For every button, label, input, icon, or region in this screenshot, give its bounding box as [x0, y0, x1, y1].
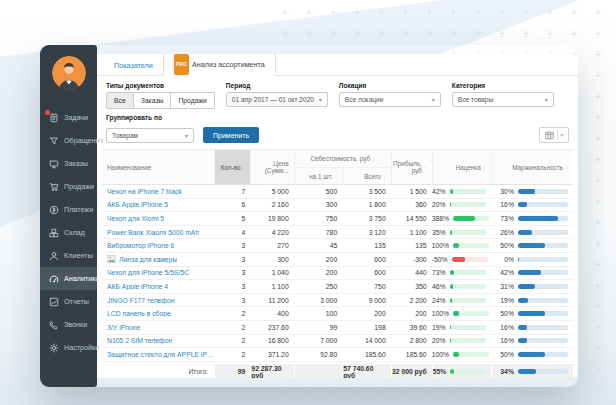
table-row[interactable]: Чехол для iPhone 5/5S/5C 3 1 040 200 600…: [102, 267, 573, 281]
price-cell: 2 160: [250, 201, 293, 208]
sidebar-item-reports[interactable]: Отчеты: [40, 290, 97, 313]
margin-bar: [518, 352, 568, 357]
margin-bar: [518, 369, 568, 374]
sidebar-item-orders[interactable]: Заказы: [40, 152, 97, 175]
period-select[interactable]: 01 апр 2017 — 01 окт 2020 ▾: [226, 92, 328, 107]
product-name-link[interactable]: З/У iPhone: [107, 324, 140, 331]
product-name-link[interactable]: Линза для камеры: [119, 256, 177, 263]
table-row[interactable]: Вибромотор iPhone 6 3 270 45 135 135 100…: [102, 239, 573, 253]
product-name-link[interactable]: Вибромотор iPhone 6: [107, 242, 174, 249]
filter-icon: [49, 136, 59, 146]
table-row[interactable]: Чехол для Xiomi 5 5 19 800 750 3 750 14 …: [102, 212, 573, 226]
product-name-link[interactable]: Чехол для Xiomi 5: [107, 215, 164, 222]
column-header-cost-unit[interactable]: на 1 шт.↕: [294, 168, 343, 184]
cost-unit-cell: 45: [294, 242, 343, 249]
sidebar-item-sales[interactable]: Продажи: [40, 175, 97, 198]
column-header-markup[interactable]: Наценка↕: [432, 150, 491, 184]
tab-indicators[interactable]: Показатели: [104, 56, 163, 75]
column-header-cost-total[interactable]: Всего↕: [342, 168, 391, 184]
group-by-select[interactable]: Товарам ▾: [106, 128, 194, 143]
column-header-cost-group[interactable]: Себестоимость, руб↕: [294, 150, 391, 168]
apply-button[interactable]: Применить: [203, 127, 259, 143]
sidebar-item-payments[interactable]: Платежи: [40, 198, 97, 221]
price-cell: 1 100: [250, 283, 293, 290]
table-row[interactable]: З/У iPhone 2 237.60 99 198 39.60 19% 16%: [102, 321, 573, 335]
column-header-price[interactable]: Цена (Сумм...: [250, 150, 293, 184]
doc-type-sales-button[interactable]: Продажи: [171, 92, 214, 109]
tab-bar: Показатели PRO Анализ ассортимента: [97, 54, 578, 76]
profit-cell: 185.60: [391, 351, 432, 358]
margin-cell: 31%: [491, 283, 573, 290]
table-body: Чехол на iPhone 7 black 7 5 000 500 3 50…: [102, 185, 573, 362]
sidebar-item-settings[interactable]: Настройки: [40, 336, 97, 359]
table-row[interactable]: Power Bank Xiaomi 5000 mAh 4 4 220 780 3…: [102, 226, 573, 240]
sidebar-item-clients[interactable]: Клиенты: [40, 244, 97, 267]
cost-unit-cell: 92.80: [294, 351, 343, 358]
margin-bar: [518, 230, 568, 235]
product-name-link[interactable]: Power Bank Xiaomi 5000 mAh: [107, 229, 199, 236]
column-header-margin[interactable]: Маржинальность↕: [491, 150, 573, 184]
product-name-link[interactable]: N105 2 SIM телефон: [107, 337, 172, 344]
table-row[interactable]: АКБ Apple iPhone 4 3 1 100 250 750 350 4…: [102, 280, 573, 294]
chevron-down-icon: ▾: [185, 132, 188, 139]
qty-cell: 3: [214, 297, 250, 304]
totals-row: Итого: 99 92 287.30 руб 57 740.60 руб 32…: [102, 364, 573, 378]
profit-cell: -300: [391, 256, 432, 263]
product-name-link[interactable]: LCD панель в сборе: [107, 310, 171, 317]
table-row[interactable]: LCD панель в сборе 2 400 100 200 200 100…: [102, 307, 573, 321]
cost-unit-cell: 3 000: [294, 297, 343, 304]
table-row[interactable]: Линза для камеры 3 300 200 600 -300 -50%…: [102, 253, 573, 267]
qty-cell: 7: [214, 188, 250, 195]
tab-assortment-analysis[interactable]: PRO Анализ ассортимента: [163, 54, 276, 76]
user-avatar[interactable]: [52, 56, 86, 90]
sort-icon: ↕: [153, 164, 156, 170]
tab-assortment-label: Анализ ассортимента: [192, 55, 265, 74]
column-header-profit[interactable]: Прибыль, руб↕: [391, 150, 432, 184]
gear-icon: [49, 343, 59, 353]
totals-cost-total: 57 740.60 руб: [342, 364, 391, 378]
markup-cell: 388%: [432, 215, 491, 222]
totals-markup: 55%: [432, 364, 491, 378]
category-select[interactable]: Все товары ▾: [452, 92, 554, 107]
markup-cell: 20%: [432, 337, 491, 344]
clients-icon: [49, 251, 59, 261]
sidebar-item-analytics[interactable]: Аналитика: [40, 267, 97, 290]
table-row[interactable]: N105 2 SIM телефон 2 16 800 7 000 14 000…: [102, 335, 573, 349]
sidebar-item-warehouse[interactable]: Склад: [40, 221, 97, 244]
markup-cell: 46%: [432, 283, 491, 290]
table-settings-button[interactable]: ▾: [539, 127, 569, 143]
price-cell: 19 800: [250, 215, 293, 222]
price-cell: 371.20: [250, 351, 293, 358]
notification-badge-icon: [45, 110, 50, 115]
table-row[interactable]: JINGO F177 телефон 3 11 200 3 000 9 000 …: [102, 294, 573, 308]
cost-unit-cell: 200: [294, 256, 343, 263]
table-row[interactable]: Чехол на iPhone 7 black 7 5 000 500 3 50…: [102, 185, 573, 199]
product-name-link[interactable]: АКБ Apple iPhone 5: [107, 201, 168, 208]
location-label: Локация: [339, 82, 441, 89]
markup-bar: [453, 216, 489, 221]
product-name-link[interactable]: Чехол для iPhone 5/5S/5C: [107, 269, 189, 276]
location-select[interactable]: Все локации ▾: [339, 92, 441, 107]
pro-badge: PRO: [174, 54, 189, 75]
group-by-label: Группировать по: [106, 114, 569, 121]
column-header-qty[interactable]: Кол-во↕: [214, 150, 250, 184]
doc-type-orders-button[interactable]: Заказы: [134, 92, 172, 109]
table-row[interactable]: Защитное стекло для APPLE iPhone 6 ... 2…: [102, 348, 573, 362]
product-name-link[interactable]: JINGO F177 телефон: [107, 297, 175, 304]
table-grid-icon: [545, 131, 554, 140]
cost-total-cell: 9 000: [342, 297, 391, 304]
sidebar-item-calls[interactable]: Звонки: [40, 313, 97, 336]
gauge-icon: [49, 274, 59, 284]
doc-type-all-button[interactable]: Все: [106, 92, 134, 109]
sidebar-item-tasks[interactable]: Задачи: [40, 106, 97, 129]
column-header-name[interactable]: Наименование↕: [102, 150, 214, 184]
product-name-link[interactable]: Чехол на iPhone 7 black: [107, 188, 182, 195]
margin-cell: 50%: [491, 242, 573, 249]
chevron-down-icon: ▾: [432, 96, 435, 103]
product-name-link[interactable]: АКБ Apple iPhone 4: [107, 283, 168, 290]
sort-icon: ↕: [383, 173, 386, 179]
sidebar-item-requests[interactable]: Обращения: [40, 129, 97, 152]
table-row[interactable]: АКБ Apple iPhone 5 6 2 160 300 1 800 360…: [102, 199, 573, 213]
table-header: Наименование↕ Кол-во↕ Цена (Сумм... Себе…: [102, 149, 573, 185]
product-name-link[interactable]: Защитное стекло для APPLE iPhone 6 ...: [107, 351, 214, 358]
